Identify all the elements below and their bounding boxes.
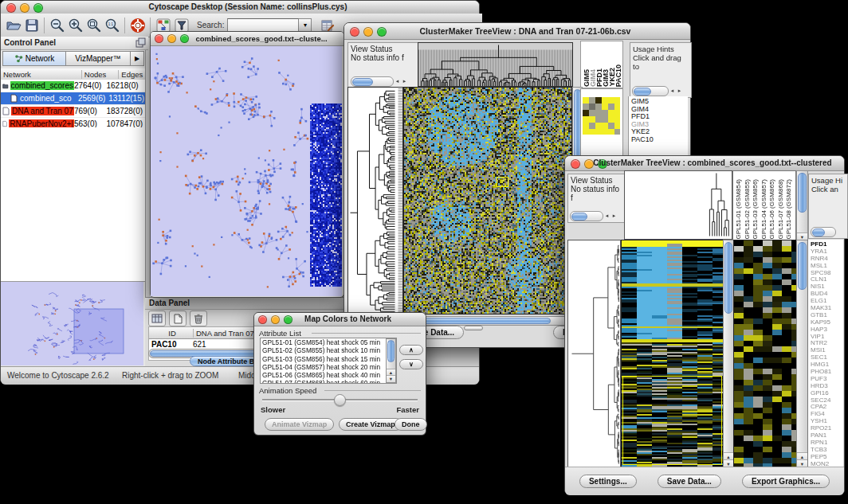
attribute-item[interactable]: GPL51-02 (GSM855) heat shock 10 min [262,346,396,354]
close-button[interactable] [6,3,16,13]
status-scroll-pill[interactable]: ◂ ▸ [570,211,618,221]
gene-label[interactable]: FIG4 [811,410,843,417]
gene-label[interactable]: RPO21 [811,424,843,432]
tv2-collabel-scrollbar[interactable]: ▾ [796,170,808,241]
gene-label[interactable]: SPC98 [811,269,843,276]
close-button[interactable] [258,315,267,324]
gene-label[interactable]: BUD4 [811,290,843,297]
attribute-item[interactable]: GPL51-07 (GSM868) heat shock 60 min [262,379,396,384]
settings-button[interactable]: Settings... [579,475,637,488]
gene-label[interactable]: PHO81 [811,368,843,375]
network-row[interactable]: DNA and Tran 07 769(0) 183728(0) [1,105,145,118]
network-canvas[interactable] [151,46,342,296]
scroll-right-icon[interactable]: ▸ [676,88,683,94]
main-titlebar[interactable]: Cytoscape Desktop (Session Name: collins… [1,1,479,14]
scroll-left-icon[interactable]: ◂ [394,78,401,84]
scroll-down-icon[interactable]: ▾ [801,461,803,467]
status-scroll-pill[interactable]: ◂ ▸ [632,86,683,96]
network-row-selected[interactable]: combined_sco 2569(6) 13112(15) [1,92,145,105]
help-lifebuoy-icon[interactable] [128,16,147,34]
gene-label[interactable]: PFD1 [811,240,843,248]
gene-label[interactable]: HAP3 [811,326,843,333]
attribute-item[interactable]: GPL51-03 (GSM856) heat shock 15 min [262,355,396,363]
gene-label[interactable]: PAN1 [811,432,843,439]
column-label[interactable]: GPL51-08 (GSM872) [785,179,794,240]
speed-slider-thumb[interactable] [334,394,346,406]
scroll-up-icon[interactable]: ▴ [390,369,392,375]
gene-label[interactable]: MON2 [811,460,843,467]
delete-attribute-icon[interactable] [190,311,207,326]
treeview2-titlebar[interactable]: ClusterMaker TreeView : combined_scores_… [565,156,844,171]
tv2-row-dendrogram[interactable] [567,240,621,468]
scroll-up-icon[interactable]: ▴ [727,454,729,459]
scroll-left-icon[interactable]: ◂ [669,88,676,94]
col-network[interactable]: Network [1,70,82,79]
network-view-titlebar[interactable]: combined_scores_good.txt--cluste... [151,32,344,46]
column-label[interactable]: GPL51-01 (GSM854) [735,179,744,240]
gene-label[interactable]: YRA1 [811,248,843,255]
dialog-titlebar[interactable]: Map Colors to Network [254,313,426,326]
gene-label[interactable]: MAK31 [811,304,843,311]
column-label[interactable]: GPL51-06 (GSM865) [768,179,777,240]
gene-label[interactable]: KAP95 [811,318,843,326]
tab-network[interactable]: Network [2,51,66,66]
gene-label[interactable]: PAC10 [631,136,688,144]
done-button[interactable]: Done [395,418,427,431]
close-button[interactable] [155,34,163,43]
gene-label[interactable]: SEC24 [811,397,843,404]
tv2-vscrollbar[interactable]: ▴ ▾ [723,240,734,468]
search-dropdown[interactable]: ▾ [299,18,312,33]
scroll-down-icon[interactable]: ▾ [727,461,729,467]
export-graphics-button[interactable]: Export Graphics... [742,475,830,488]
gene-label[interactable]: TCB3 [811,446,843,453]
col-id[interactable]: ID [149,329,194,338]
new-attribute-icon[interactable] [169,311,186,326]
scroll-down-icon[interactable]: ▾ [801,234,803,240]
column-label[interactable]: GPL51-02 (GSM855) [744,179,752,240]
gene-label[interactable]: HRD3 [811,382,843,389]
col-nodes[interactable]: Nodes [82,70,120,79]
move-down-button[interactable]: ∨ [399,359,423,369]
status-scroll-pill[interactable]: ◂ ▸ [351,76,408,86]
float-panel-icon[interactable] [135,37,146,52]
status-scroll-pill[interactable] [811,227,836,236]
gene-label[interactable]: CLN1 [811,275,843,283]
column-label[interactable]: PAC10 [615,64,622,87]
gene-label[interactable]: YSH1 [811,417,843,424]
search-input[interactable] [227,18,299,33]
gene-label[interactable]: RNR4 [811,255,843,262]
attribute-select-icon[interactable] [148,311,166,326]
tab-overflow-button[interactable]: ▶ [131,51,144,66]
gene-label[interactable]: MSL1 [811,262,843,269]
close-button[interactable] [571,159,580,169]
tv2-column-dendrogram[interactable] [624,170,732,240]
gene-label[interactable]: HMG1 [811,361,843,368]
scroll-right-icon[interactable]: ▸ [401,78,408,84]
scroll-right-icon[interactable]: ▸ [610,213,618,219]
attribute-item[interactable]: GPL51-01 (GSM854) heat shock 05 min [262,338,396,346]
tv1-row-dendrogram[interactable] [347,87,403,315]
zoom-selected-icon[interactable] [84,16,103,34]
tv1-zoom-heatmap[interactable] [583,97,620,135]
scroll-up-icon[interactable]: ▴ [801,454,803,459]
open-file-icon[interactable] [4,16,22,34]
attribute-item[interactable]: GPL51-06 (GSM865) heat shock 40 min [262,371,396,379]
tv1-hscrollbar[interactable] [403,316,572,326]
tv1-global-heatmap[interactable] [403,87,572,315]
scroll-down-icon[interactable]: ▾ [390,376,392,381]
tv2-zoom-heatmap[interactable] [733,240,797,468]
create-vizmap-button[interactable]: Create Vizmap [339,418,402,431]
scroll-left-icon[interactable]: ◂ [603,213,610,219]
col-edges[interactable]: Edges [119,70,145,79]
gene-label[interactable]: VIP1 [811,333,843,340]
gene-label[interactable]: GTB1 [811,311,843,318]
gene-label[interactable]: PEP5 [811,453,843,460]
tv2-global-heatmap[interactable] [621,240,724,468]
close-button[interactable] [350,27,359,37]
export-graphics-button[interactable] [464,326,483,330]
listbox-scrollbar[interactable]: ▴ ▾ [386,338,396,383]
gene-label[interactable]: NTR2 [811,339,843,346]
tv2-zoom-scrollbar[interactable]: ▴ ▾ [796,240,808,468]
animate-vizmap-button[interactable]: Animate Vizmap [265,418,334,431]
save-data-button[interactable]: Save Data... [658,475,721,488]
